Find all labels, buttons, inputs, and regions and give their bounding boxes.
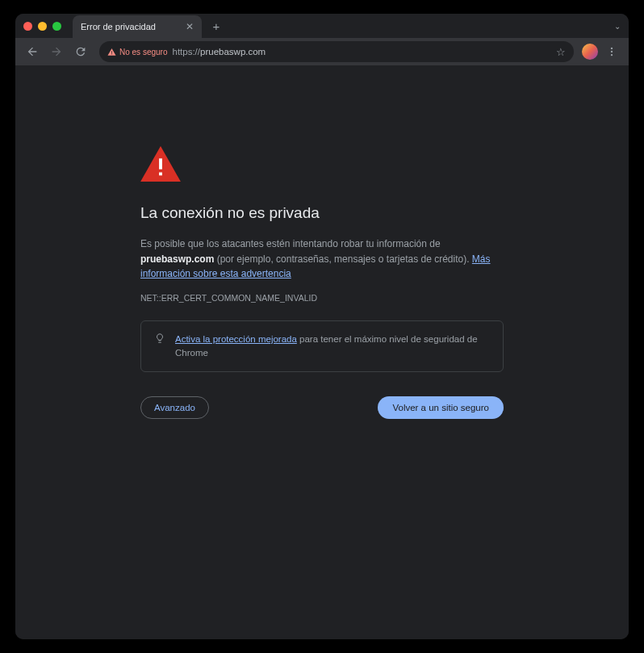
titlebar: Error de privacidad ✕ + ⌄ [15,14,629,38]
advanced-button[interactable]: Avanzado [140,396,209,419]
back-button[interactable] [22,41,43,62]
lightbulb-icon [154,333,165,361]
warning-triangle-icon [107,48,116,57]
traffic-lights [23,22,61,31]
bookmark-star-icon[interactable]: ☆ [556,46,566,58]
svg-point-2 [611,54,613,56]
toolbar: No es seguro https://pruebaswp.com ☆ [15,38,629,65]
svg-point-1 [611,51,613,52]
tab-title: Error de privacidad [81,22,181,31]
minimize-window-button[interactable] [38,22,47,31]
error-code: NET::ERR_CERT_COMMON_NAME_INVALID [140,293,504,303]
error-heading: La conexión no es privada [140,204,504,222]
new-tab-button[interactable]: + [208,18,224,34]
url-text: https://pruebaswp.com [172,47,551,57]
svg-rect-3 [159,158,162,169]
close-tab-button[interactable]: ✕ [186,22,194,31]
maximize-window-button[interactable] [52,22,61,31]
forward-button[interactable] [46,41,67,62]
expand-tabs-button[interactable]: ⌄ [614,22,621,31]
enhanced-protection-promo: Activa la protección mejorada para tener… [140,320,504,373]
warning-icon [140,146,504,182]
enhanced-protection-link[interactable]: Activa la protección mejorada [175,334,297,344]
body-domain: pruebaswp.com [140,253,214,265]
browser-menu-button[interactable] [601,41,622,62]
back-to-safety-button[interactable]: Volver a un sitio seguro [378,396,504,419]
security-indicator[interactable]: No es seguro [107,48,167,57]
url-protocol: https:// [172,47,200,57]
body-prefix: Es posible que los atacantes estén inten… [140,238,441,249]
viewport: La conexión no es privada Es posible que… [15,65,629,639]
browser-tab[interactable]: Error de privacidad ✕ [73,15,202,38]
browser-window: Error de privacidad ✕ + ⌄ No es seguro h… [15,14,629,639]
svg-point-0 [611,48,613,49]
not-secure-label: No es seguro [119,48,167,57]
button-row: Avanzado Volver a un sitio seguro [140,396,504,419]
error-body: Es posible que los atacantes estén inten… [140,237,504,282]
reload-button[interactable] [70,41,91,62]
svg-rect-4 [159,173,162,176]
close-window-button[interactable] [23,22,32,31]
promo-text: Activa la protección mejorada para tener… [175,333,490,361]
ssl-error-interstitial: La conexión no es privada Es posible que… [140,146,504,419]
url-host: pruebaswp.com [200,47,266,57]
profile-avatar[interactable] [582,44,598,60]
address-bar[interactable]: No es seguro https://pruebaswp.com ☆ [99,41,574,62]
body-suffix: (por ejemplo, contraseñas, mensajes o ta… [214,253,472,265]
